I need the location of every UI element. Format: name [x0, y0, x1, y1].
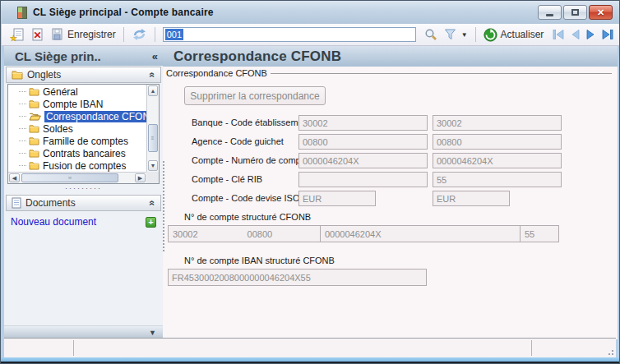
reload-icon — [132, 28, 147, 41]
sidebar-splitter-handle[interactable]: ········· — [4, 186, 163, 191]
branch-code-field-1: 00800 — [298, 134, 428, 150]
sidebar-collapse-icon[interactable]: « — [152, 50, 158, 62]
scrollbar-corner — [146, 172, 159, 183]
previous-record-icon[interactable] — [569, 29, 581, 40]
delete-record-button[interactable]: ✕ — [27, 26, 48, 44]
window-title: CL Siège principal - Compte bancaire — [33, 7, 214, 18]
minimize-button[interactable] — [538, 5, 562, 20]
sidebar: CL Siège prin.. « Onglets « Général — [4, 46, 163, 339]
rib-key-field-1 — [298, 172, 428, 187]
tree-item-fusion-de-comptes[interactable]: Fusion de comptes — [8, 159, 146, 172]
save-icon — [51, 28, 64, 41]
account-number-field-1: 0000046204X — [298, 153, 428, 168]
app-window: CL Siège principal - Compte bancaire ✕ ★… — [0, 0, 620, 364]
scroll-up-icon[interactable]: ▲ — [148, 85, 158, 96]
form-row: Compte - Numéro de compte 0000046204X 00… — [163, 153, 618, 168]
app-icon — [17, 7, 27, 19]
next-record-icon[interactable] — [585, 29, 597, 40]
maximize-button[interactable] — [563, 5, 587, 20]
titlebar[interactable]: CL Siège principal - Compte bancaire ✕ — [1, 1, 619, 24]
field-label: Compte - Code devise ISO : — [192, 193, 305, 203]
search-button[interactable] — [421, 26, 441, 43]
documents-section-header[interactable]: Documents « — [6, 195, 161, 211]
onglets-collapse-icon[interactable]: « — [147, 72, 159, 78]
close-button[interactable]: ✕ — [589, 5, 613, 20]
scroll-left-icon[interactable]: ◀ — [9, 173, 20, 182]
iban-structured-label: N° de compte IBAN structuré CFONB — [184, 256, 335, 265]
structured-cfonb-label: N° de compte structuré CFONB — [184, 212, 311, 222]
status-bar — [4, 338, 616, 357]
tree-horizontal-scrollbar[interactable]: ◀ ≡ ▶ — [8, 172, 146, 183]
iban-structured-field: FR4530002008000000046204X55 — [168, 269, 427, 286]
bank-code-field-1: 30002 — [298, 115, 428, 131]
open-folder-icon — [29, 112, 41, 121]
overflow-down-icon[interactable]: ▼ — [149, 329, 156, 337]
sidebar-header: CL Siège prin.. « — [4, 46, 163, 66]
branch-code-field-2: 00800 — [433, 134, 562, 150]
field-label: Banque - Code établissement — [192, 117, 311, 127]
folder-icon — [29, 136, 39, 145]
new-record-button[interactable]: ★ — [7, 26, 27, 44]
structured-bank-code: 30002 — [173, 229, 198, 239]
form-row: Compte - Code devise ISO : EUR EUR — [163, 191, 618, 206]
status-cell-divider — [531, 340, 532, 356]
new-document-link[interactable]: Nouveau document — [11, 216, 146, 228]
refresh-icon — [484, 28, 497, 42]
scroll-thumb[interactable]: ≡ — [148, 124, 158, 152]
reload-button[interactable] — [128, 26, 150, 43]
status-cell-divider — [73, 340, 74, 356]
form-row: Agence - Code guichet 00800 00800 — [163, 134, 618, 150]
tree-item-compte-iban[interactable]: Compte IBAN — [8, 98, 146, 110]
tree-item-soldes[interactable]: Soldes — [8, 122, 146, 135]
tree-item-famille-de-comptes[interactable]: Famille de comptes — [8, 135, 146, 147]
onglets-tree: Général Compte IBAN Correspondance CFONB — [7, 84, 160, 184]
scroll-down-icon[interactable]: ▼ — [148, 160, 158, 171]
currency-code-field-1: EUR — [298, 191, 376, 206]
folder-icon — [12, 70, 23, 80]
search-icon — [424, 28, 437, 41]
document-icon — [12, 197, 21, 209]
delete-correspondence-button[interactable]: Supprimer la correspondance — [184, 86, 326, 105]
rib-key-field-2: 55 — [433, 172, 562, 187]
documents-section-label: Documents — [25, 197, 146, 209]
new-record-icon: ★ — [10, 28, 24, 42]
tree-vertical-scrollbar[interactable]: ▲ ≡ ▼ — [146, 85, 159, 172]
toolbar-separator — [475, 27, 476, 42]
sidebar-title: CL Siège prin.. — [15, 49, 152, 63]
filter-icon — [444, 29, 456, 40]
window-bottom-border — [1, 357, 619, 363]
svg-text:★: ★ — [10, 34, 17, 42]
save-button[interactable]: Enregistrer — [48, 26, 119, 43]
onglets-section-header[interactable]: Onglets « — [6, 67, 161, 83]
scroll-thumb[interactable]: ≡ — [21, 173, 118, 182]
structured-branch-code: 00800 — [248, 229, 273, 239]
last-record-icon[interactable] — [600, 29, 614, 40]
plus-icon: + — [148, 218, 153, 227]
documents-collapse-icon[interactable]: « — [147, 200, 159, 206]
toolbar: ★ ✕ Enregistrer — [2, 24, 620, 46]
folder-icon — [29, 99, 39, 108]
folder-icon — [29, 87, 39, 96]
currency-code-field-2: EUR — [433, 191, 510, 206]
add-document-button[interactable]: + — [146, 217, 156, 228]
form-row: Banque - Code établissement 30002 30002 — [163, 115, 618, 131]
onglets-section-label: Onglets — [27, 69, 146, 81]
maximize-icon — [571, 9, 579, 16]
tree-item-contrats-bancaires[interactable]: Contrats bancaires — [8, 147, 146, 159]
field-label: Compte - Clé RIB — [192, 174, 262, 184]
svg-text:✕: ✕ — [34, 30, 42, 41]
resize-grip[interactable] — [605, 347, 613, 355]
groupbox-line — [271, 73, 612, 74]
filter-button[interactable]: ▼ — [441, 27, 471, 42]
groupbox-label: Correspondance CFONB — [166, 68, 267, 78]
toolbar-separator — [123, 27, 124, 42]
main-header: Correspondance CFONB — [163, 46, 618, 67]
tree-item-general[interactable]: Général — [8, 85, 146, 98]
toolbar-separator — [155, 27, 155, 42]
filter-dropdown-icon[interactable]: ▼ — [461, 31, 468, 39]
refresh-button[interactable]: Actualiser — [480, 26, 548, 44]
first-record-icon[interactable] — [552, 29, 566, 40]
record-number-input[interactable]: 001 — [163, 27, 416, 42]
tree-item-correspondance-cfonb[interactable]: Correspondance CFONB — [8, 110, 146, 122]
scroll-right-icon[interactable]: ▶ — [135, 173, 146, 182]
